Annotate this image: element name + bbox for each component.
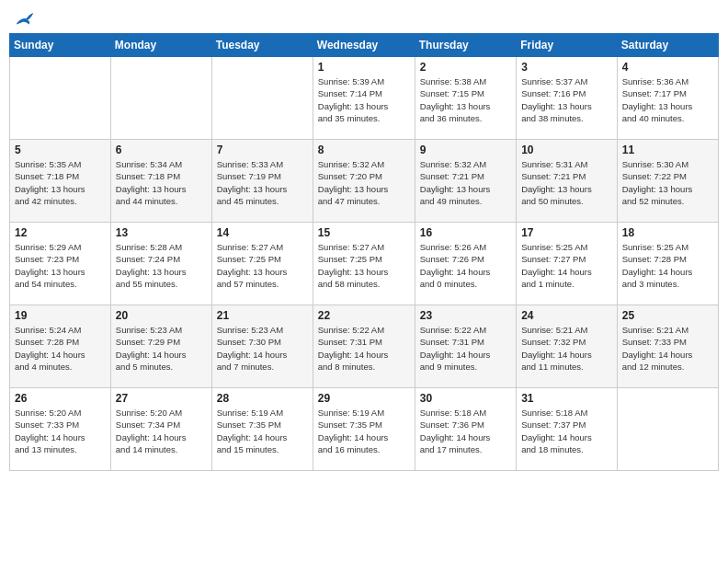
- calendar-weekday-thursday: Thursday: [415, 34, 516, 57]
- logo-bird-icon: [15, 9, 35, 29]
- calendar-cell: 22Sunrise: 5:22 AM Sunset: 7:31 PM Dayli…: [313, 305, 415, 388]
- day-info: Sunrise: 5:30 AM Sunset: 7:22 PM Dayligh…: [622, 158, 713, 207]
- calendar-cell: 20Sunrise: 5:23 AM Sunset: 7:29 PM Dayli…: [110, 305, 211, 388]
- calendar-cell: 26Sunrise: 5:20 AM Sunset: 7:33 PM Dayli…: [10, 388, 111, 471]
- calendar-cell: 28Sunrise: 5:19 AM Sunset: 7:35 PM Dayli…: [211, 388, 313, 471]
- calendar-cell: 25Sunrise: 5:21 AM Sunset: 7:33 PM Dayli…: [617, 305, 718, 388]
- day-number: 5: [15, 144, 106, 156]
- calendar-week-row: 19Sunrise: 5:24 AM Sunset: 7:28 PM Dayli…: [10, 305, 719, 388]
- day-number: 31: [521, 392, 612, 405]
- day-info: Sunrise: 5:25 AM Sunset: 7:28 PM Dayligh…: [622, 241, 713, 290]
- day-info: Sunrise: 5:39 AM Sunset: 7:14 PM Dayligh…: [318, 75, 410, 124]
- day-number: 4: [622, 61, 713, 74]
- day-number: 21: [217, 309, 308, 322]
- calendar-cell: 10Sunrise: 5:31 AM Sunset: 7:21 PM Dayli…: [517, 140, 618, 223]
- day-info: Sunrise: 5:20 AM Sunset: 7:34 PM Dayligh…: [116, 407, 207, 455]
- day-number: 25: [622, 309, 713, 322]
- day-info: Sunrise: 5:31 AM Sunset: 7:21 PM Dayligh…: [521, 158, 612, 207]
- day-number: 12: [15, 226, 106, 239]
- calendar-cell: [10, 57, 111, 140]
- day-info: Sunrise: 5:24 AM Sunset: 7:28 PM Dayligh…: [15, 324, 106, 373]
- calendar-weekday-saturday: Saturday: [617, 34, 718, 57]
- calendar-cell: 15Sunrise: 5:27 AM Sunset: 7:25 PM Dayli…: [313, 223, 415, 305]
- day-number: 8: [318, 144, 410, 156]
- day-number: 22: [318, 309, 410, 322]
- day-number: 15: [318, 226, 410, 239]
- day-number: 30: [420, 392, 511, 405]
- day-number: 14: [217, 226, 308, 239]
- calendar-cell: 11Sunrise: 5:30 AM Sunset: 7:22 PM Dayli…: [617, 140, 718, 223]
- day-number: 2: [420, 61, 511, 74]
- calendar-cell: 19Sunrise: 5:24 AM Sunset: 7:28 PM Dayli…: [10, 305, 111, 388]
- calendar-cell: 7Sunrise: 5:33 AM Sunset: 7:19 PM Daylig…: [211, 140, 313, 223]
- day-number: 24: [521, 309, 612, 322]
- day-number: 11: [622, 144, 713, 156]
- calendar-cell: [211, 57, 313, 140]
- day-info: Sunrise: 5:26 AM Sunset: 7:26 PM Dayligh…: [420, 241, 511, 290]
- calendar-weekday-sunday: Sunday: [10, 34, 111, 57]
- day-info: Sunrise: 5:36 AM Sunset: 7:17 PM Dayligh…: [622, 75, 713, 124]
- day-info: Sunrise: 5:38 AM Sunset: 7:15 PM Dayligh…: [420, 75, 511, 124]
- calendar-cell: 9Sunrise: 5:32 AM Sunset: 7:21 PM Daylig…: [415, 140, 516, 223]
- day-info: Sunrise: 5:21 AM Sunset: 7:32 PM Dayligh…: [521, 324, 612, 373]
- day-number: 17: [521, 226, 612, 239]
- calendar-cell: 1Sunrise: 5:39 AM Sunset: 7:14 PM Daylig…: [313, 57, 415, 140]
- day-info: Sunrise: 5:37 AM Sunset: 7:16 PM Dayligh…: [521, 75, 612, 124]
- calendar-cell: 27Sunrise: 5:20 AM Sunset: 7:34 PM Dayli…: [110, 388, 211, 471]
- day-number: 6: [116, 144, 207, 156]
- calendar-cell: 13Sunrise: 5:28 AM Sunset: 7:24 PM Dayli…: [110, 223, 211, 305]
- day-info: Sunrise: 5:32 AM Sunset: 7:21 PM Dayligh…: [420, 158, 511, 207]
- calendar-cell: 18Sunrise: 5:25 AM Sunset: 7:28 PM Dayli…: [617, 223, 718, 305]
- day-info: Sunrise: 5:18 AM Sunset: 7:37 PM Dayligh…: [521, 407, 612, 455]
- day-info: Sunrise: 5:27 AM Sunset: 7:25 PM Dayligh…: [318, 241, 410, 290]
- calendar-weekday-wednesday: Wednesday: [313, 34, 415, 57]
- day-number: 18: [622, 226, 713, 239]
- day-number: 3: [521, 61, 612, 74]
- day-number: 28: [217, 392, 308, 405]
- calendar-cell: 3Sunrise: 5:37 AM Sunset: 7:16 PM Daylig…: [517, 57, 618, 140]
- calendar-cell: 2Sunrise: 5:38 AM Sunset: 7:15 PM Daylig…: [415, 57, 516, 140]
- day-number: 7: [217, 144, 308, 156]
- calendar-cell: 16Sunrise: 5:26 AM Sunset: 7:26 PM Dayli…: [415, 223, 516, 305]
- day-info: Sunrise: 5:29 AM Sunset: 7:23 PM Dayligh…: [15, 241, 106, 290]
- logo: [13, 9, 35, 26]
- day-info: Sunrise: 5:35 AM Sunset: 7:18 PM Dayligh…: [15, 158, 106, 207]
- day-info: Sunrise: 5:28 AM Sunset: 7:24 PM Dayligh…: [116, 241, 207, 290]
- calendar-cell: 4Sunrise: 5:36 AM Sunset: 7:17 PM Daylig…: [617, 57, 718, 140]
- calendar-weekday-monday: Monday: [110, 34, 211, 57]
- day-info: Sunrise: 5:19 AM Sunset: 7:35 PM Dayligh…: [217, 407, 308, 455]
- day-info: Sunrise: 5:23 AM Sunset: 7:30 PM Dayligh…: [217, 324, 308, 373]
- calendar-cell: 17Sunrise: 5:25 AM Sunset: 7:27 PM Dayli…: [517, 223, 618, 305]
- day-number: 19: [15, 309, 106, 322]
- page-header: [9, 9, 719, 26]
- calendar-cell: 21Sunrise: 5:23 AM Sunset: 7:30 PM Dayli…: [211, 305, 313, 388]
- day-info: Sunrise: 5:22 AM Sunset: 7:31 PM Dayligh…: [420, 324, 511, 373]
- calendar-cell: 23Sunrise: 5:22 AM Sunset: 7:31 PM Dayli…: [415, 305, 516, 388]
- day-info: Sunrise: 5:25 AM Sunset: 7:27 PM Dayligh…: [521, 241, 612, 290]
- day-number: 9: [420, 144, 511, 156]
- day-info: Sunrise: 5:21 AM Sunset: 7:33 PM Dayligh…: [622, 324, 713, 373]
- day-info: Sunrise: 5:19 AM Sunset: 7:35 PM Dayligh…: [318, 407, 410, 455]
- calendar-cell: 30Sunrise: 5:18 AM Sunset: 7:36 PM Dayli…: [415, 388, 516, 471]
- day-number: 20: [116, 309, 207, 322]
- day-number: 23: [420, 309, 511, 322]
- calendar-cell: 6Sunrise: 5:34 AM Sunset: 7:18 PM Daylig…: [110, 140, 211, 223]
- day-info: Sunrise: 5:33 AM Sunset: 7:19 PM Dayligh…: [217, 158, 308, 207]
- calendar-week-row: 12Sunrise: 5:29 AM Sunset: 7:23 PM Dayli…: [10, 223, 719, 305]
- calendar-weekday-tuesday: Tuesday: [211, 34, 313, 57]
- day-info: Sunrise: 5:27 AM Sunset: 7:25 PM Dayligh…: [217, 241, 308, 290]
- calendar-cell: [110, 57, 211, 140]
- day-info: Sunrise: 5:32 AM Sunset: 7:20 PM Dayligh…: [318, 158, 410, 207]
- day-info: Sunrise: 5:20 AM Sunset: 7:33 PM Dayligh…: [15, 407, 106, 455]
- calendar-cell: [617, 388, 718, 471]
- day-number: 29: [318, 392, 410, 405]
- calendar-week-row: 26Sunrise: 5:20 AM Sunset: 7:33 PM Dayli…: [10, 388, 719, 471]
- day-info: Sunrise: 5:23 AM Sunset: 7:29 PM Dayligh…: [116, 324, 207, 373]
- calendar-table: SundayMondayTuesdayWednesdayThursdayFrid…: [9, 33, 719, 471]
- calendar-cell: 5Sunrise: 5:35 AM Sunset: 7:18 PM Daylig…: [10, 140, 111, 223]
- calendar-cell: 29Sunrise: 5:19 AM Sunset: 7:35 PM Dayli…: [313, 388, 415, 471]
- calendar-cell: 24Sunrise: 5:21 AM Sunset: 7:32 PM Dayli…: [517, 305, 618, 388]
- day-number: 13: [116, 226, 207, 239]
- day-info: Sunrise: 5:18 AM Sunset: 7:36 PM Dayligh…: [420, 407, 511, 455]
- day-number: 26: [15, 392, 106, 405]
